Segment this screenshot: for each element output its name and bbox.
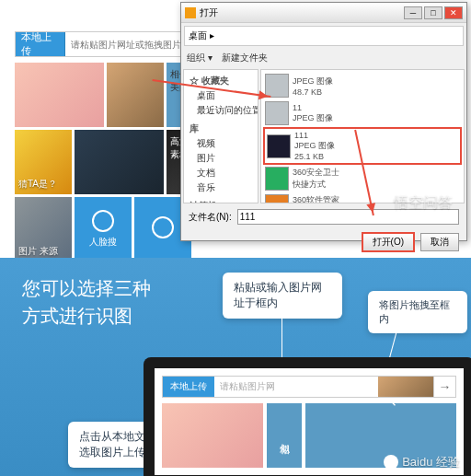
organize-menu[interactable]: 组织 ▾ bbox=[187, 52, 213, 64]
file-row[interactable]: JPEG 图像48.7 KB bbox=[263, 72, 462, 99]
search-bar: 本地上传 bbox=[15, 31, 194, 57]
filename-label: 文件名(N): bbox=[189, 211, 232, 224]
sb-music[interactable]: 音乐 bbox=[188, 180, 254, 195]
dialog-title: 打开 bbox=[200, 6, 218, 19]
paw-icon bbox=[384, 455, 398, 470]
screen-input[interactable]: 请粘贴图片网 bbox=[214, 377, 378, 397]
min-button[interactable]: ─ bbox=[404, 6, 422, 19]
watermark-baidu: Baidu 经验 bbox=[384, 454, 460, 470]
dialog-toolbar: 组织 ▾ 新建文件夹 bbox=[181, 49, 466, 67]
max-button[interactable]: □ bbox=[424, 6, 442, 19]
tile-face[interactable]: 人脸搜 bbox=[75, 197, 132, 261]
image-tiles: 相似 美图 猜TA是？ 高清 素材 图片 来源 人脸搜 bbox=[15, 63, 194, 264]
bottom-section: 您可以选择三种方式进行识图 粘贴或输入图片网址于框内 将图片拖拽至框内 点击从本… bbox=[0, 258, 471, 476]
callout-drag: 将图片拖拽至框内 bbox=[368, 291, 467, 333]
open-button[interactable]: 打开(O) bbox=[362, 232, 415, 252]
top-section: 本地上传 相似 美图 猜TA是？ 高清 素材 图片 来源 人脸搜 打开 ─ □ bbox=[0, 0, 471, 253]
file-list: JPEG 图像48.7 KB 11JPEG 图像 111JPEG 图像25.1 … bbox=[260, 69, 465, 203]
sb-pictures[interactable]: 图片 bbox=[188, 151, 254, 166]
dialog-titlebar: 打开 ─ □ ✕ bbox=[181, 3, 466, 23]
sb-computer[interactable]: 计算机 bbox=[188, 199, 254, 203]
watermark-wukong: 悟空问答 bbox=[394, 193, 453, 213]
path-bar[interactable]: 桌面 ▸ bbox=[184, 26, 464, 46]
callout-paste: 粘贴或输入图片网址于框内 bbox=[223, 273, 342, 319]
tile-girl2[interactable] bbox=[107, 63, 164, 127]
upload-button[interactable]: 本地上传 bbox=[16, 32, 65, 56]
tile-old[interactable]: 图片 来源 bbox=[15, 197, 72, 261]
tile-man[interactable] bbox=[75, 130, 164, 194]
sb-video[interactable]: 视频 bbox=[188, 136, 254, 151]
new-folder-button[interactable]: 新建文件夹 bbox=[222, 52, 268, 64]
tile-girl[interactable] bbox=[15, 63, 104, 127]
screen-searchbar: 本地上传 请粘贴图片网 → bbox=[162, 376, 456, 398]
screen-tile[interactable] bbox=[162, 403, 263, 468]
sb-docs[interactable]: 文档 bbox=[188, 166, 254, 180]
cursor-icon: ↖ bbox=[386, 394, 397, 409]
folder-icon bbox=[185, 7, 196, 18]
screen-tile[interactable]: 相似 bbox=[267, 403, 302, 468]
search-input[interactable] bbox=[65, 32, 193, 56]
cancel-button[interactable]: 取消 bbox=[420, 233, 459, 251]
arrow-icon[interactable]: → bbox=[433, 377, 455, 397]
sb-lib[interactable]: 库 bbox=[188, 122, 254, 136]
screen-upload-btn[interactable]: 本地上传 bbox=[163, 377, 214, 397]
close-button[interactable]: ✕ bbox=[444, 6, 463, 19]
tile-dog[interactable]: 猜TA是？ bbox=[15, 130, 72, 194]
sb-recent[interactable]: 最近访问的位置 bbox=[188, 103, 254, 118]
file-row[interactable]: 11JPEG 图像 bbox=[263, 99, 462, 127]
